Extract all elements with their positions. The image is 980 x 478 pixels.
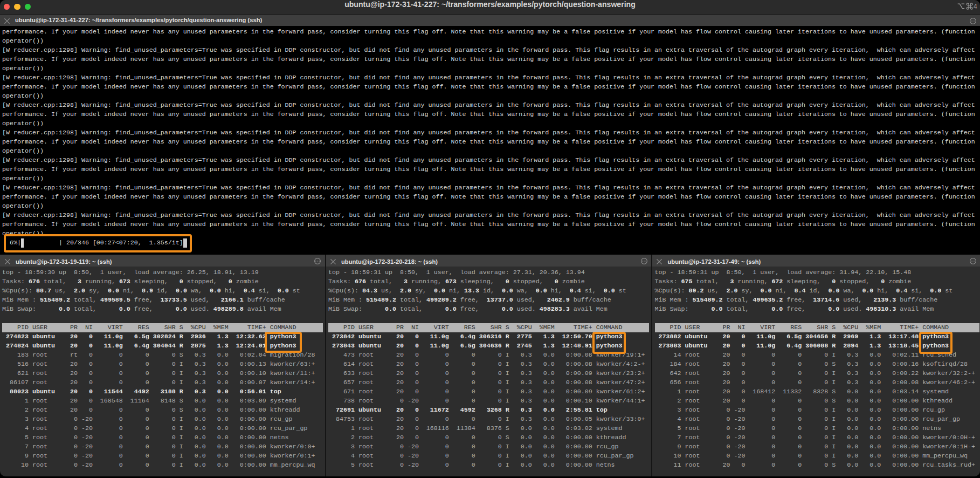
svg-text:4: 4 — [974, 3, 977, 10]
